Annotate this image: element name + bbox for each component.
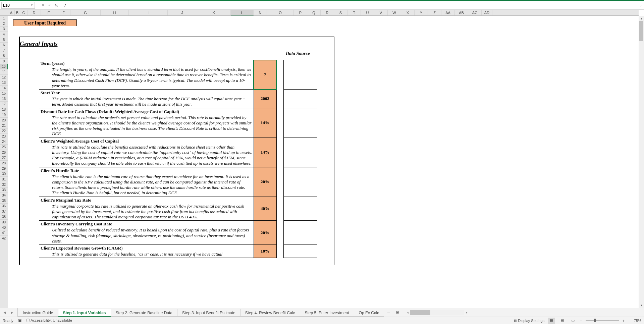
row-header[interactable]: 37 (0, 209, 8, 214)
data-source-cell[interactable] (284, 90, 317, 108)
column-header[interactable]: F (57, 10, 70, 15)
cancel-icon[interactable]: ✕ (41, 3, 45, 8)
display-settings-button[interactable]: 🖥 Display Settings (513, 319, 544, 323)
column-header[interactable]: P (294, 10, 307, 15)
tab-prev-icon[interactable]: ◄ (3, 310, 7, 315)
input-value-cell[interactable]: 20% (254, 167, 276, 197)
column-header[interactable]: B (15, 10, 20, 15)
row-header[interactable]: 22 (0, 128, 8, 134)
zoom-in-button[interactable]: + (623, 319, 625, 323)
column-header[interactable]: R (321, 10, 334, 15)
input-value-cell[interactable]: 14% (254, 108, 276, 138)
column-header[interactable]: AB (455, 10, 468, 15)
input-value-cell[interactable]: 2003 (254, 90, 276, 108)
sheet-tab[interactable]: Op Ex Calc (354, 309, 384, 317)
scroll-right-icon[interactable]: ▸ (464, 311, 469, 314)
row-header[interactable]: 6 (0, 43, 8, 48)
scroll-up-icon[interactable]: ▴ (639, 16, 644, 21)
row-header[interactable]: 38 (0, 214, 8, 220)
sheet-tab[interactable]: Step 4. Review Benefit Calc (240, 309, 300, 317)
zoom-slider[interactable] (586, 320, 619, 321)
scroll-thumb[interactable] (639, 21, 643, 41)
column-header[interactable]: H (101, 10, 129, 15)
zoom-out-button[interactable]: − (580, 319, 582, 323)
row-header[interactable]: 31 (0, 177, 8, 182)
column-header[interactable]: D (28, 10, 41, 15)
input-value-cell[interactable]: 7 (254, 60, 276, 90)
row-header[interactable]: 9 (0, 59, 8, 64)
row-header[interactable]: 14 (0, 86, 8, 91)
row-header[interactable]: 16 (0, 96, 8, 102)
input-value-cell[interactable]: 40% (254, 197, 276, 221)
column-header[interactable]: W (388, 10, 401, 15)
sheet-tab[interactable]: Step 5. Enter Investment (300, 309, 354, 317)
column-header[interactable]: Z (428, 10, 441, 15)
input-description-cell[interactable]: Term (years)The length, in years, of the… (39, 60, 254, 90)
sheet-tab[interactable]: Step 3. Input Benefit Estimate (177, 309, 240, 317)
column-header[interactable]: A (8, 10, 15, 15)
accept-icon[interactable]: ✓ (48, 3, 51, 8)
row-header[interactable]: 19 (0, 112, 8, 118)
vertical-scrollbar[interactable]: ▴ ▾ (639, 16, 644, 308)
tab-next-icon[interactable]: ► (10, 310, 14, 315)
column-header[interactable]: Y (415, 10, 428, 15)
column-header[interactable]: S (334, 10, 347, 15)
row-header[interactable]: 24 (0, 139, 8, 145)
row-header[interactable]: 23 (0, 134, 8, 139)
column-header[interactable]: U (361, 10, 374, 15)
input-description-cell[interactable]: Client's Hurdle RateThe client's hurdle … (39, 167, 254, 197)
chevron-down-icon[interactable]: ▼ (31, 4, 33, 7)
row-header[interactable]: 27 (0, 155, 8, 161)
input-value-cell[interactable]: 20% (254, 221, 276, 245)
column-header[interactable]: I (129, 10, 168, 15)
horizontal-scrollbar[interactable]: ◂ ▸ (405, 308, 644, 317)
data-source-cell[interactable] (284, 167, 317, 197)
column-header[interactable]: V (374, 10, 388, 15)
row-header[interactable]: 21 (0, 123, 8, 128)
fx-icon[interactable]: fx (55, 3, 58, 8)
row-header[interactable]: 33 (0, 187, 8, 193)
row-header[interactable]: 32 (0, 182, 8, 187)
scroll-thumb[interactable] (410, 310, 430, 315)
expand-formula-bar-icon[interactable]: ⌄ (637, 3, 644, 7)
sheet-tab[interactable]: Step 2. Generate Baseline Data (111, 309, 177, 317)
sheet-tab[interactable]: Step 1. Input Variables (58, 309, 111, 317)
row-header[interactable]: 1 (0, 16, 8, 21)
row-header[interactable]: 17 (0, 102, 8, 107)
column-header[interactable]: G (70, 10, 101, 15)
row-header[interactable]: 41 (0, 230, 8, 236)
column-header[interactable]: E (41, 10, 57, 15)
row-header[interactable]: 34 (0, 193, 8, 198)
row-header[interactable]: 13 (0, 80, 8, 86)
scroll-track[interactable] (639, 21, 644, 303)
row-header[interactable]: 3 (0, 26, 8, 32)
row-header[interactable]: 42 (0, 236, 8, 241)
row-header[interactable]: 10 (0, 64, 8, 69)
column-header[interactable]: N (254, 10, 267, 15)
accessibility-status[interactable]: ⓘ Accessibility: Unavailable (26, 318, 72, 323)
data-source-cell[interactable] (284, 108, 317, 138)
input-description-cell[interactable]: Start YearThe year in which the initial … (39, 90, 254, 108)
input-description-cell[interactable]: Client's Expected Revenue Growth (CAGR)T… (39, 245, 254, 258)
input-value-cell[interactable]: 10% (254, 245, 276, 258)
row-header[interactable]: 18 (0, 107, 8, 112)
column-header[interactable]: L (231, 10, 254, 15)
data-source-cell[interactable] (284, 197, 317, 221)
zoom-percentage[interactable]: 75% (628, 319, 641, 323)
column-header[interactable]: AC (468, 10, 482, 15)
row-header[interactable]: 7 (0, 48, 8, 53)
row-header[interactable]: 20 (0, 118, 8, 123)
input-description-cell[interactable]: Client's Marginal Tax RateThe marginal c… (39, 197, 254, 221)
data-source-cell[interactable] (284, 60, 317, 90)
column-header[interactable]: C (20, 10, 28, 15)
row-header[interactable]: 15 (0, 91, 8, 96)
scroll-down-icon[interactable]: ▾ (639, 303, 644, 308)
row-header[interactable]: 2 (0, 21, 8, 26)
column-header[interactable]: K (197, 10, 231, 15)
column-header[interactable]: Q (307, 10, 321, 15)
row-header[interactable]: 26 (0, 150, 8, 155)
row-header[interactable]: 12 (0, 75, 8, 80)
row-header[interactable]: 29 (0, 166, 8, 171)
cells-viewport[interactable]: User Input Required General Inputs Data … (8, 16, 639, 308)
row-header[interactable]: 39 (0, 220, 8, 225)
